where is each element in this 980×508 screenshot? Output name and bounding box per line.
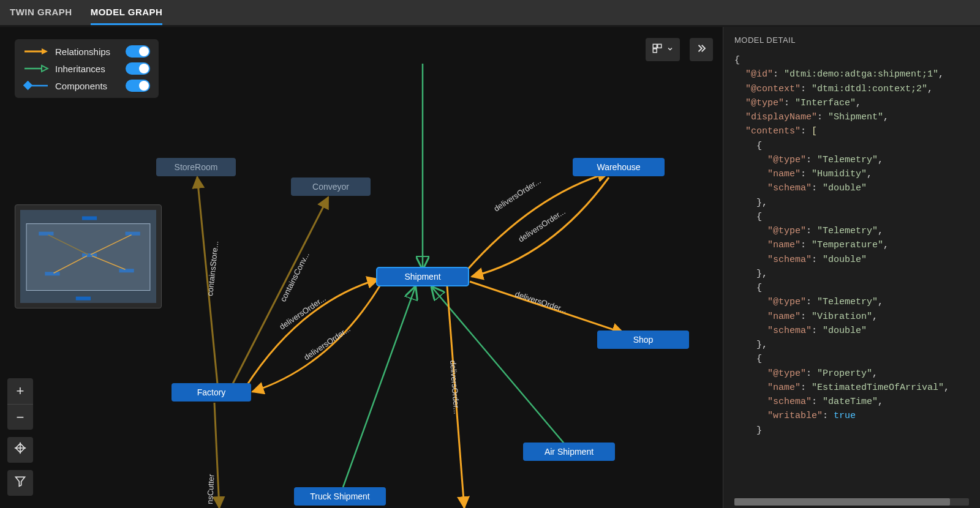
node-airshipment[interactable]: Air Shipment (523, 443, 615, 461)
edge-relationship[interactable] (233, 197, 328, 384)
svg-rect-0 (156, 158, 236, 176)
svg-rect-35 (658, 44, 662, 48)
chevron-down-icon (666, 44, 674, 55)
node-storeroom[interactable]: StoreRoom (156, 158, 236, 176)
svg-rect-36 (653, 49, 657, 53)
layout-icon (652, 43, 663, 56)
component-diamond-icon (23, 81, 49, 91)
svg-rect-19 (23, 81, 32, 90)
svg-rect-8 (172, 383, 251, 402)
toggle-inheritances[interactable] (126, 62, 150, 75)
edge-label: deliversOrder... (302, 324, 352, 362)
legend-components-label: Components (55, 81, 119, 91)
toggle-components[interactable] (126, 80, 150, 92)
svg-rect-6 (377, 267, 469, 286)
expand-panel-button[interactable] (690, 38, 713, 61)
tab-twin-graph[interactable]: TWIN GRAPH (10, 0, 72, 25)
fit-button[interactable] (7, 437, 33, 463)
edge-relationship[interactable] (466, 173, 609, 272)
svg-rect-31 (26, 224, 150, 291)
edge-relationship[interactable] (252, 284, 381, 392)
svg-rect-10 (597, 331, 689, 349)
detail-panel-title: MODEL DETAIL (723, 27, 980, 53)
tabbar: TWIN GRAPH MODEL GRAPH (0, 0, 980, 27)
toggle-relationships[interactable] (126, 45, 150, 58)
legend-inheritances-label: Inheritances (55, 64, 119, 74)
minimap[interactable] (15, 204, 162, 308)
edge-relationship[interactable] (472, 177, 609, 277)
node-truckshipment[interactable]: Truck Shipment (294, 487, 386, 506)
edge-label: deliversOrder... (516, 207, 567, 244)
svg-rect-26 (76, 297, 91, 301)
svg-rect-20 (82, 216, 97, 220)
filter-button[interactable] (7, 470, 33, 496)
model-json[interactable]: { "@id": "dtmi:demo:adtga:shipment;1", "… (723, 53, 980, 508)
edge-relationship[interactable] (470, 282, 624, 333)
node-conveyor[interactable]: Conveyor (291, 177, 371, 196)
chevron-double-right-icon (696, 43, 707, 56)
filter-icon (14, 475, 26, 491)
edge-inheritance[interactable] (343, 287, 415, 487)
node-shop[interactable]: Shop (597, 331, 689, 349)
edge-relationship[interactable] (214, 403, 219, 508)
svg-rect-2 (291, 177, 371, 196)
svg-rect-34 (653, 44, 657, 48)
tab-model-graph[interactable]: MODEL GRAPH (91, 0, 163, 25)
edge-label: deliversOrder... (277, 294, 327, 332)
node-shipment[interactable]: Shipment (377, 267, 469, 286)
node-warehouse[interactable]: Warehouse (573, 158, 665, 176)
svg-rect-4 (573, 158, 665, 176)
inheritance-arrow-icon (23, 64, 49, 73)
edge-inheritance[interactable] (432, 287, 566, 446)
edge-relationship[interactable] (197, 177, 217, 384)
edge-relationship[interactable] (447, 286, 464, 508)
node-factory[interactable]: Factory (172, 383, 251, 402)
svg-rect-12 (523, 443, 615, 461)
zoom-out-button[interactable]: − (7, 404, 33, 430)
edge-label: nsCutter (205, 474, 216, 505)
svg-rect-14 (294, 487, 386, 506)
fit-icon (13, 441, 27, 458)
plus-icon: + (17, 383, 24, 399)
scrollbar-horizontal[interactable] (734, 498, 969, 506)
edge-relationship[interactable] (245, 279, 379, 388)
layout-button[interactable] (646, 38, 680, 61)
minus-icon: − (17, 409, 24, 425)
legend-relationships-label: Relationships (55, 47, 119, 57)
edge-label: containsConv... (278, 251, 311, 304)
detail-panel: MODEL DETAIL { "@id": "dtmi:demo:adtga:s… (723, 27, 980, 508)
graph-canvas[interactable]: containsStore... containsConv... deliver… (0, 27, 723, 508)
zoom-in-button[interactable]: + (7, 378, 33, 404)
legend-panel: Relationships Inheritances Components (15, 39, 159, 98)
relationship-arrow-icon (23, 47, 49, 56)
